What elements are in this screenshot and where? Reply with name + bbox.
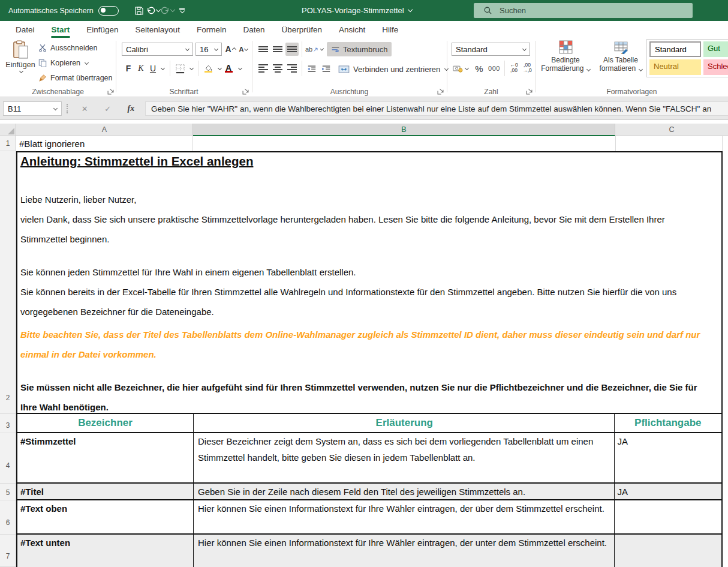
row-header-7[interactable]: 7 — [0, 535, 16, 567]
search-box[interactable]: Suchen — [474, 3, 693, 18]
cell-erlaeuterung[interactable]: Dieser Bezeichner zeigt dem System an, d… — [194, 433, 615, 482]
tab-einfuegen[interactable]: Einfügen — [78, 21, 127, 38]
search-icon — [483, 6, 492, 15]
tab-formeln[interactable]: Formeln — [188, 21, 235, 38]
cell-bezeichner[interactable]: #Text unten — [17, 535, 194, 567]
cell-pflichtangabe[interactable] — [615, 535, 721, 567]
cell-bezeichner[interactable]: #Text oben — [17, 500, 194, 533]
number-dialog-launcher-icon[interactable] — [526, 88, 533, 95]
cut-button[interactable]: Ausschneiden — [38, 41, 98, 55]
cell-bezeichner[interactable]: #Stimmzettel — [17, 433, 194, 482]
cell-bezeichner[interactable]: #Titel — [17, 484, 194, 499]
italic-button[interactable]: K — [136, 62, 146, 75]
row-header-1[interactable]: 1 — [0, 136, 16, 151]
orientation-button[interactable]: ab — [305, 43, 323, 56]
row-header-2[interactable]: 2 — [0, 151, 16, 414]
header-pflichtangabe[interactable]: Pflichtangabe — [615, 414, 721, 432]
borders-dropdown[interactable] — [187, 62, 194, 75]
decrease-indent-button[interactable] — [305, 62, 318, 75]
insert-function-icon[interactable]: fx — [128, 104, 135, 113]
quick-access-toolbar-menu-button[interactable] — [175, 4, 189, 18]
font-size-combo[interactable]: 16 — [195, 43, 222, 56]
percent-style-button[interactable]: % — [473, 62, 485, 75]
cancel-icon[interactable]: ✕ — [82, 104, 88, 113]
tab-hilfe[interactable]: Hilfe — [374, 21, 407, 38]
conditional-formatting-label: Bedingte — [551, 56, 579, 64]
style-neutral[interactable]: Neutral — [649, 59, 701, 75]
cell-pflichtangabe[interactable]: JA — [615, 433, 721, 482]
align-top-button[interactable] — [257, 43, 270, 56]
font-dialog-launcher-icon[interactable] — [242, 88, 249, 95]
style-schlecht[interactable]: Schlecht — [703, 59, 728, 75]
column-header-b[interactable]: B — [193, 124, 615, 136]
align-middle-button[interactable] — [271, 43, 284, 56]
decrease-decimal-button[interactable]: ,00 →,0 — [521, 62, 533, 73]
alignment-dialog-launcher-icon[interactable] — [437, 88, 444, 95]
redo-button[interactable] — [161, 4, 175, 18]
format-painter-label: Format übertragen — [50, 74, 113, 82]
tab-start[interactable]: Start — [43, 21, 79, 38]
cell-a1[interactable]: #Blatt ignorieren — [16, 136, 193, 151]
wrap-text-button[interactable]: Textumbruch — [327, 42, 392, 56]
tab-ansicht[interactable]: Ansicht — [330, 21, 374, 38]
row-header-4[interactable]: 4 — [0, 433, 16, 484]
row-header-5[interactable]: 5 — [0, 484, 16, 500]
cell-erlaeuterung[interactable]: Geben Sie in der Zeile nach diesem Feld … — [194, 484, 615, 499]
comma-style-button[interactable]: 000 — [486, 62, 502, 75]
borders-button[interactable] — [173, 62, 186, 75]
clipboard-dialog-launcher-icon[interactable] — [107, 88, 114, 95]
number-format-combo[interactable]: Standard — [452, 43, 530, 56]
copy-button[interactable]: Kopieren — [38, 56, 88, 70]
row-header-6[interactable]: 6 — [0, 500, 16, 535]
header-bezeichner[interactable]: Bezeichner — [17, 414, 194, 432]
accounting-format-button[interactable] — [453, 62, 468, 75]
increase-font-button[interactable]: A — [224, 43, 236, 56]
save-button[interactable] — [132, 4, 146, 18]
autosave-toggle-off-icon[interactable] — [98, 6, 119, 16]
increase-decimal-button[interactable]: ←0 ,00 — [508, 62, 520, 73]
fill-color-button[interactable] — [201, 62, 215, 75]
tab-datei[interactable]: Datei — [7, 21, 43, 38]
row-header-3[interactable]: 3 — [0, 414, 16, 433]
bold-button[interactable]: F — [123, 62, 134, 75]
font-family-combo[interactable]: Calibri — [122, 43, 193, 56]
cell-erlaeuterung[interactable]: Hier können Sie einen Informationstext f… — [194, 500, 615, 533]
instructions-cell[interactable]: Anleitung: Stimmzettel in Excel anlegen … — [16, 151, 723, 414]
font-color-dropdown[interactable] — [236, 62, 243, 75]
format-painter-button[interactable]: Format übertragen — [38, 71, 113, 85]
underline-dropdown[interactable] — [158, 62, 166, 75]
style-standard[interactable]: Standard — [649, 41, 701, 57]
formula-bar-resize-handle[interactable] — [67, 104, 68, 113]
number-format-value: Standard — [456, 45, 488, 54]
formula-input[interactable]: Geben Sie hier "WAHR" an, wenn die Wahlb… — [145, 101, 728, 116]
cell-pflichtangabe[interactable]: JA — [615, 484, 721, 499]
column-header-a[interactable]: A — [16, 124, 193, 136]
column-header-c[interactable]: C — [615, 124, 728, 136]
tab-seitenlayout[interactable]: Seitenlayout — [127, 21, 188, 38]
enter-icon[interactable]: ✓ — [104, 104, 111, 113]
header-erlaeuterung[interactable]: Erläuterung — [194, 414, 615, 432]
undo-button[interactable] — [146, 4, 161, 18]
fill-color-dropdown[interactable] — [215, 62, 222, 75]
increase-indent-button[interactable] — [320, 62, 333, 75]
align-center-button[interactable] — [271, 62, 284, 75]
select-all-button[interactable] — [0, 124, 16, 136]
font-color-button[interactable]: A — [222, 62, 234, 75]
underline-button[interactable]: U — [148, 62, 158, 75]
tab-daten[interactable]: Daten — [234, 21, 273, 38]
cell-erlaeuterung[interactable]: Hier können Sie einen Informationstext f… — [194, 535, 615, 567]
decrease-font-button[interactable]: A — [237, 43, 249, 56]
format-as-table-button[interactable]: Als Tabelle formatieren — [594, 40, 648, 86]
name-box[interactable]: B11 — [3, 101, 62, 116]
autosave-control[interactable]: Automatisches Speichern — [8, 6, 119, 16]
cell-pflichtangabe[interactable] — [615, 500, 721, 533]
document-title[interactable]: POLYAS-Vorlage-Stimmzettel — [302, 0, 412, 21]
tab-ueberpruefen[interactable]: Überprüfen — [273, 21, 330, 38]
align-bottom-button[interactable] — [285, 43, 299, 56]
style-gut[interactable]: Gut — [703, 41, 728, 57]
align-left-button[interactable] — [257, 62, 270, 75]
align-right-button[interactable] — [285, 62, 299, 75]
paste-button[interactable]: Einfügen — [5, 40, 36, 86]
merge-center-button[interactable]: Verbinden und zentrieren — [335, 62, 452, 76]
conditional-formatting-button[interactable]: Bedingte Formatierung — [539, 40, 592, 86]
